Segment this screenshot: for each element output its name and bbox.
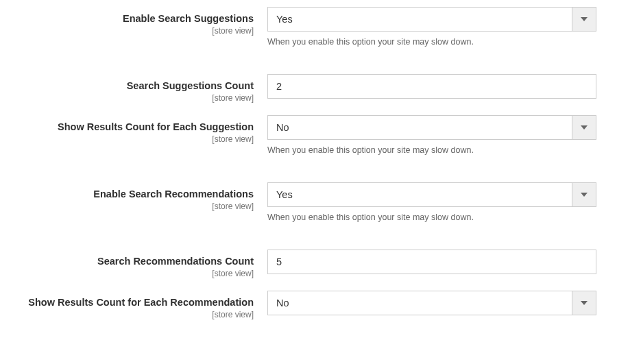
form-row-show-results-count-recommendation: Show Results Count for Each Recommendati… [21,291,596,319]
field-col [267,250,596,274]
label-col: Search Suggestions Count [store view] [21,74,267,103]
form-row-enable-search-suggestions: Enable Search Suggestions [store view] Y… [21,7,596,67]
select-enable-search-recommendations[interactable]: Yes [267,182,596,207]
field-col: No When you enable this option your site… [267,115,596,175]
field-label: Enable Search Recommendations [21,188,254,201]
select-value: Yes [267,7,596,32]
select-show-results-count-suggestion[interactable]: No [267,115,596,140]
help-text: When you enable this option your site ma… [267,37,596,47]
scope-label: [store view] [21,269,254,278]
scope-label: [store view] [21,26,254,36]
select-value: No [267,115,596,140]
field-col: Yes When you enable this option your sit… [267,7,596,67]
scope-label: [store view] [21,93,254,103]
field-label: Show Results Count for Each Recommendati… [21,296,254,309]
field-label: Show Results Count for Each Suggestion [21,121,254,134]
help-text: When you enable this option your site ma… [267,213,596,222]
select-enable-search-suggestions[interactable]: Yes [267,7,596,32]
form-row-enable-search-recommendations: Enable Search Recommendations [store vie… [21,182,596,243]
field-label: Enable Search Suggestions [21,12,254,25]
label-col: Show Results Count for Each Suggestion [… [21,115,267,144]
label-col: Show Results Count for Each Recommendati… [21,291,267,319]
select-value: No [267,291,596,315]
field-col [267,74,596,99]
input-search-recommendations-count[interactable] [267,250,596,274]
select-value: Yes [267,182,596,207]
scope-label: [store view] [21,134,254,144]
scope-label: [store view] [21,202,254,211]
form-row-search-suggestions-count: Search Suggestions Count [store view] [21,74,596,103]
field-label: Search Suggestions Count [21,80,254,93]
select-show-results-count-recommendation[interactable]: No [267,291,596,315]
label-col: Search Recommendations Count [store view… [21,250,267,278]
label-col: Enable Search Suggestions [store view] [21,7,267,36]
field-col: Yes When you enable this option your sit… [267,182,596,243]
help-text: When you enable this option your site ma… [267,145,596,155]
input-search-suggestions-count[interactable] [267,74,596,99]
scope-label: [store view] [21,310,254,319]
form-row-search-recommendations-count: Search Recommendations Count [store view… [21,250,596,278]
field-col: No [267,291,596,315]
form-row-show-results-count-suggestion: Show Results Count for Each Suggestion [… [21,115,596,175]
field-label: Search Recommendations Count [21,255,254,268]
label-col: Enable Search Recommendations [store vie… [21,182,267,211]
